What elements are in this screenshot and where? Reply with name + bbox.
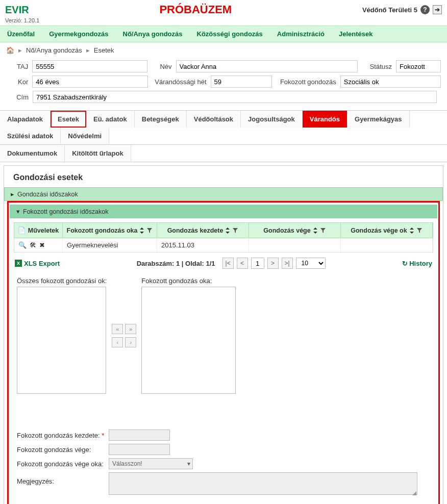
col-vegeok[interactable]: Gondozás vége ok: [341, 223, 433, 238]
pager-next[interactable]: >: [267, 258, 279, 269]
expand-icon: ▸: [11, 190, 14, 198]
delete-icon[interactable]: ✖: [39, 241, 45, 249]
fok-label: Fokozott gondozás: [276, 78, 336, 86]
menu-kozossegi[interactable]: Közösségi gondozás: [197, 30, 263, 38]
input-vege[interactable]: [109, 444, 170, 455]
tab-dokumentumok[interactable]: Dokumentumok: [0, 145, 65, 162]
home-icon[interactable]: 🏠: [6, 46, 14, 54]
input-kezd[interactable]: [109, 430, 170, 441]
pager-page[interactable]: [251, 258, 264, 269]
pager-last[interactable]: >|: [282, 258, 293, 269]
lab-vegeok: Fokozott gondozás vége oka:: [17, 460, 109, 468]
menu-gyermek[interactable]: Gyermekgondozás: [49, 30, 108, 38]
version-label: Verzió: 1.20.1: [0, 17, 447, 26]
dual-right-list[interactable]: [141, 287, 236, 394]
menu-admin[interactable]: Adminisztráció: [277, 30, 325, 38]
sort-icon[interactable]: [225, 228, 230, 234]
tab-esetek[interactable]: Esetek: [51, 111, 86, 128]
select-placeholder: Válasszon!: [112, 460, 142, 467]
view-icon[interactable]: 🔍: [18, 241, 27, 249]
tab-vedooltasok[interactable]: Védőoltások: [187, 111, 241, 128]
dual-left-list[interactable]: [17, 287, 106, 394]
table-row[interactable]: 🔍 🛠 ✖ Gyermeknevelési 2015.11.03: [14, 238, 433, 253]
breadcrumb-sep: ▸: [86, 46, 90, 54]
collapse-icon: ▾: [16, 208, 20, 215]
textarea-megj[interactable]: [109, 472, 417, 495]
xls-label: XLS Export: [24, 260, 60, 267]
tab-kitoltott[interactable]: Kitöltött űrlapok: [65, 145, 131, 162]
menu-jelentesek[interactable]: Jelentések: [339, 30, 373, 38]
move-right[interactable]: ›: [125, 337, 136, 347]
cell-vegeok: [341, 238, 433, 252]
accordion-label: Fokozott gondozási időszakok: [23, 208, 108, 215]
main-menu: Üzenőfal Gyermekgondozás Nő/Anya gondozá…: [0, 26, 447, 42]
cell-oka: Gyermeknevelési: [63, 238, 157, 252]
het-input[interactable]: [211, 75, 272, 88]
col-label: Műveletek: [28, 227, 59, 234]
fok-input[interactable]: [340, 75, 441, 88]
breadcrumb-2[interactable]: Esetek: [94, 46, 114, 54]
pager-counts: Darabszám: 1 | Oldal: 1/1: [137, 260, 215, 267]
col-vege[interactable]: Gondozás vége: [249, 223, 341, 238]
kor-input[interactable]: [32, 75, 148, 88]
taj-input[interactable]: [32, 60, 147, 72]
sort-icon[interactable]: [313, 228, 318, 234]
tab-gyermekagyas[interactable]: Gyermekágyas: [347, 111, 410, 128]
col-label: Gondozás kezdete: [167, 227, 224, 234]
pager-first[interactable]: |<: [222, 258, 234, 269]
pager-prev[interactable]: <: [237, 258, 248, 269]
tab-eu-adatok[interactable]: Eü. adatok: [86, 111, 135, 128]
history-link[interactable]: ↻ History: [402, 260, 432, 267]
lab-vege: Fokozott gondozás vége:: [17, 446, 109, 453]
kor-label: Kor: [6, 78, 28, 86]
section-title: Gondozási esetek: [4, 166, 443, 187]
tab-szulesi[interactable]: Szülési adatok: [0, 128, 61, 144]
filter-icon[interactable]: [232, 228, 238, 234]
col-oka[interactable]: Fokozott gondozás oka: [63, 223, 157, 238]
accordion-fokozott[interactable]: ▾ Fokozott gondozási időszakok: [10, 205, 437, 218]
cim-label: Cím: [6, 93, 29, 101]
tab-alapadatok[interactable]: Alapadatok: [0, 111, 51, 128]
lab-kezd: Fokozott gondozás kezdete:: [17, 432, 100, 439]
dual-left-label: Összes fokozott gondozási ok:: [17, 277, 107, 287]
add-icon[interactable]: 📄: [18, 226, 26, 234]
tab-varandos[interactable]: Várandós: [303, 111, 347, 128]
breadcrumb-1[interactable]: Nő/Anya gondozás: [26, 46, 82, 54]
excel-icon: X: [15, 260, 22, 267]
col-kezd[interactable]: Gondozás kezdete: [157, 223, 249, 238]
move-all-right[interactable]: »: [125, 324, 136, 334]
logout-icon[interactable]: ➔: [433, 5, 442, 14]
tab-novedelmi[interactable]: Nővédelmi: [61, 128, 109, 144]
filter-icon[interactable]: [320, 228, 326, 234]
user-name: Védőnő Területi 5: [362, 6, 417, 14]
dual-right-label: Fokozott gondozás oka:: [141, 277, 236, 287]
filter-icon[interactable]: [146, 228, 153, 234]
nev-input[interactable]: [176, 60, 358, 72]
nev-label: Név: [152, 63, 171, 70]
move-left[interactable]: ‹: [112, 337, 123, 347]
breadcrumb: 🏠 ▸ Nő/Anya gondozás ▸ Esetek: [0, 42, 447, 58]
cim-input[interactable]: [33, 91, 437, 103]
tabs: Alapadatok Esetek Eü. adatok Betegségek …: [0, 110, 447, 145]
edit-icon[interactable]: 🛠: [30, 241, 36, 249]
pager-size[interactable]: 10: [296, 258, 326, 269]
col-label: Fokozott gondozás oka: [67, 227, 138, 234]
history-icon: ↻: [402, 260, 408, 267]
xls-export[interactable]: X XLS Export: [15, 260, 60, 267]
accordion-label: Gondozási időszakok: [17, 191, 78, 198]
sort-icon[interactable]: [139, 228, 144, 234]
select-vegeok[interactable]: Válasszon! ▾: [109, 458, 193, 469]
trial-banner: PRÓBAÜZEM: [29, 3, 362, 16]
sort-icon[interactable]: [409, 228, 414, 234]
help-icon[interactable]: ?: [420, 5, 430, 14]
filter-icon[interactable]: [416, 228, 423, 234]
tab-jogosultsagok[interactable]: Jogosultságok: [241, 111, 303, 128]
menu-noanya[interactable]: Nő/Anya gondozás: [123, 30, 183, 38]
het-label: Várandóssági hét: [152, 78, 206, 86]
lab-megj: Megjegyzés:: [17, 472, 109, 485]
accordion-idoszakok[interactable]: ▸ Gondozási időszakok: [4, 187, 443, 201]
move-all-left[interactable]: «: [112, 324, 123, 334]
statusz-input[interactable]: [396, 60, 441, 72]
menu-uzenofal[interactable]: Üzenőfal: [7, 30, 35, 38]
tab-betegsegek[interactable]: Betegségek: [135, 111, 187, 128]
